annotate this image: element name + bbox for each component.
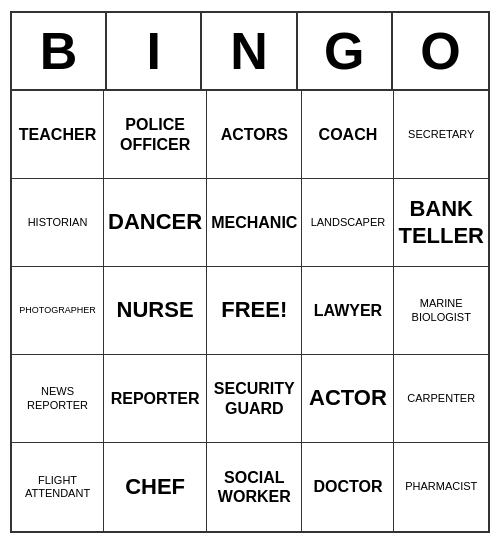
bingo-cell: SECURITYGUARD [207,355,302,443]
bingo-cell: PHARMACIST [394,443,488,531]
bingo-cell: ACTORS [207,91,302,179]
bingo-header: BINGO [12,13,488,91]
cell-label: CARPENTER [407,392,475,405]
cell-label: BANKTELLER [398,196,484,249]
bingo-cell: POLICEOFFICER [104,91,207,179]
bingo-cell: CARPENTER [394,355,488,443]
cell-label: NURSE [117,297,194,323]
cell-label: ACTOR [309,385,387,411]
bingo-cell: HISTORIAN [12,179,104,267]
bingo-cell: DOCTOR [302,443,394,531]
header-letter: O [393,13,488,89]
cell-label: SECRETARY [408,128,474,141]
cell-label: DANCER [108,209,202,235]
bingo-card: BINGO TEACHERPOLICEOFFICERACTORSCOACHSEC… [10,11,490,533]
bingo-cell: SECRETARY [394,91,488,179]
cell-label: LANDSCAPER [311,216,386,229]
bingo-cell: COACH [302,91,394,179]
bingo-cell: BANKTELLER [394,179,488,267]
bingo-cell: FLIGHTATTENDANT [12,443,104,531]
cell-label: POLICEOFFICER [120,115,190,153]
bingo-cell: SOCIALWORKER [207,443,302,531]
cell-label: REPORTER [111,389,200,408]
bingo-cell: FREE! [207,267,302,355]
cell-label: MARINEBIOLOGIST [412,297,471,323]
bingo-cell: NEWSREPORTER [12,355,104,443]
header-letter: B [12,13,107,89]
cell-label: FLIGHTATTENDANT [25,474,90,500]
cell-label: TEACHER [19,125,96,144]
bingo-cell: ACTOR [302,355,394,443]
cell-label: PHOTOGRAPHER [19,305,95,316]
bingo-cell: TEACHER [12,91,104,179]
cell-label: PHARMACIST [405,480,477,493]
bingo-cell: DANCER [104,179,207,267]
bingo-cell: CHEF [104,443,207,531]
bingo-cell: REPORTER [104,355,207,443]
bingo-cell: LAWYER [302,267,394,355]
cell-label: FREE! [221,297,287,323]
bingo-grid: TEACHERPOLICEOFFICERACTORSCOACHSECRETARY… [12,91,488,531]
cell-label: MECHANIC [211,213,297,232]
header-letter: G [298,13,393,89]
cell-label: HISTORIAN [28,216,88,229]
bingo-cell: MECHANIC [207,179,302,267]
cell-label: ACTORS [221,125,288,144]
cell-label: DOCTOR [313,477,382,496]
cell-label: SOCIALWORKER [218,468,291,506]
bingo-cell: LANDSCAPER [302,179,394,267]
cell-label: NEWSREPORTER [27,385,88,411]
header-letter: I [107,13,202,89]
cell-label: LAWYER [314,301,382,320]
bingo-cell: PHOTOGRAPHER [12,267,104,355]
cell-label: COACH [319,125,378,144]
header-letter: N [202,13,297,89]
bingo-cell: MARINEBIOLOGIST [394,267,488,355]
cell-label: SECURITYGUARD [214,379,295,417]
cell-label: CHEF [125,474,185,500]
bingo-cell: NURSE [104,267,207,355]
